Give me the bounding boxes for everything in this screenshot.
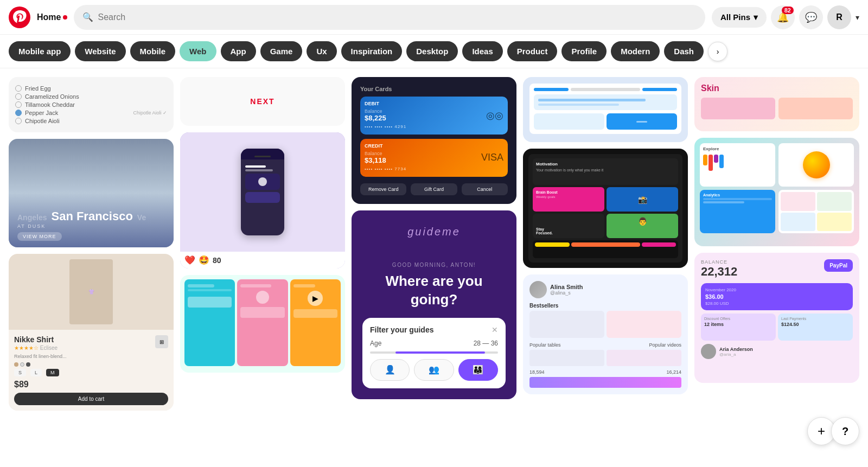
user-avatar[interactable]: R (827, 5, 851, 29)
pin-card-guideme[interactable]: guideme GOOD MORNING, ANTON! Where are y… (352, 210, 516, 399)
filter-icon-row: 👤 👥 👨‍👩‍👧 (370, 359, 498, 381)
pin-card-financial[interactable]: Balance 22,312 PayPal November 2020 $36.… (694, 253, 859, 383)
home-indicator (63, 15, 67, 20)
tab-inspiration[interactable]: Inspiration (341, 41, 403, 61)
checkbox-chipotle (15, 118, 22, 124)
messages-button[interactable]: 💬 (799, 5, 823, 29)
fin-balance: 22,312 (701, 265, 737, 279)
tab-ux[interactable]: Ux (307, 41, 336, 61)
phone-mockup (241, 149, 284, 235)
chevron-down-icon: ▾ (856, 13, 859, 22)
tabs-next-button[interactable]: › (708, 42, 727, 61)
header-actions: All Pins ▾ 🔔 82 💬 R ▾ (712, 5, 859, 29)
tab-desktop[interactable]: Desktop (406, 41, 458, 61)
pin-card-shopping-profile[interactable]: Alina Smith @alina_s Bestsellers Popular… (523, 274, 688, 394)
pin-card-product[interactable]: 👚 Nikke Shirt ★★★★☆ Eclisee ⊞ Relaxed fi… (9, 254, 174, 411)
pin-card-ui-screenshot[interactable] (523, 77, 688, 142)
tab-modern[interactable]: Modern (611, 41, 660, 61)
app-screen-3: ▶ (290, 279, 341, 366)
pin-grid: Fried Egg Caramelized Onions Tillamook C… (0, 68, 868, 419)
app-screen-2 (237, 279, 288, 366)
tab-game[interactable]: Game (260, 41, 303, 61)
tab-ideas[interactable]: Ideas (462, 41, 502, 61)
tab-dash[interactable]: Dash (664, 41, 704, 61)
credit-card-blue: DEBIT Balance $8,225 ◎◎ •••• •••• •••• 4… (360, 97, 508, 135)
checkbox-pepper-jack (15, 110, 22, 116)
tab-mobile-app[interactable]: Mobile app (9, 41, 71, 61)
tab-mobile[interactable]: Mobile (130, 41, 176, 61)
pin-card-app-screens[interactable]: ▶ (180, 275, 345, 373)
checkbox-caramelized (15, 93, 22, 100)
search-bar[interactable]: 🔍 (74, 5, 705, 30)
filter-duo-icon[interactable]: 👥 (414, 359, 454, 381)
tab-website[interactable]: Website (75, 41, 125, 61)
filter-group-icon[interactable]: 👨‍👩‍👧 (458, 359, 498, 381)
pin-card-san-francisco[interactable]: Angeles San Francisco Ve AT DUSK VIEW MO… (9, 139, 174, 247)
pin-card-colorful-dash[interactable]: Explore Analytics (694, 138, 859, 246)
home-nav[interactable]: Home (37, 12, 67, 22)
pin-card-credit-cards[interactable]: Your Cards DEBIT Balance $8,225 ◎◎ •••• … (352, 77, 516, 204)
account-menu-button[interactable]: ▾ (856, 13, 859, 22)
reaction-row: ❤️ 🤩 80 (180, 252, 345, 268)
pin-card-motivation[interactable]: Motivation Your motivation is only what … (523, 149, 688, 268)
tab-product[interactable]: Product (507, 41, 558, 61)
filter-slider[interactable] (370, 351, 498, 354)
chevron-down-icon: ▾ (754, 12, 758, 22)
tab-app[interactable]: App (221, 41, 256, 61)
cancel-button[interactable]: Cancel (462, 183, 508, 195)
remove-card-button[interactable]: Remove Card (360, 183, 406, 195)
product-title: Nikke Shirt (14, 335, 58, 344)
category-tabs: Mobile app Website Mobile Web App Game U… (0, 35, 868, 68)
all-pins-button[interactable]: All Pins ▾ (712, 7, 767, 28)
notification-badge: 82 (782, 7, 794, 14)
tab-profile[interactable]: Profile (561, 41, 607, 61)
pin-card-skin[interactable]: Skin (694, 77, 859, 131)
app-screen-1 (184, 279, 235, 366)
checkbox-fried-egg (15, 85, 22, 92)
pin-card-phone-mockup[interactable]: ❤️ 🤩 80 (180, 132, 345, 268)
tab-web[interactable]: Web (180, 41, 216, 61)
search-icon: 🔍 (82, 12, 93, 22)
product-rating: ★★★★☆ Eclisee (14, 345, 58, 351)
pinterest-logo[interactable] (9, 7, 30, 28)
guideme-logo: guideme (362, 226, 506, 238)
sf-title: San Francisco (51, 209, 132, 223)
pin-card-food[interactable]: Fried Egg Caramelized Onions Tillamook C… (9, 77, 174, 132)
product-price: $89 (14, 380, 168, 389)
filter-card: Filter your guides ✕ Age 28 — 36 👤 👥 👨‍👩… (362, 318, 506, 388)
search-input[interactable] (98, 12, 697, 22)
filter-close-button[interactable]: ✕ (492, 325, 498, 334)
next-card: NEXT (180, 77, 345, 126)
guide-title: Where are you going? (362, 272, 506, 309)
product-details: Nikke Shirt ★★★★☆ Eclisee ⊞ Relaxed fit … (9, 330, 174, 411)
notifications-button[interactable]: 🔔 82 (771, 5, 795, 29)
message-icon: 💬 (805, 11, 817, 23)
guide-greeting: GOOD MORNING, ANTON! (362, 262, 506, 268)
gift-card-button[interactable]: Gift Card (411, 183, 457, 195)
checkbox-tillamook (15, 101, 22, 108)
filter-solo-icon[interactable]: 👤 (370, 359, 410, 381)
header: Home 🔍 All Pins ▾ 🔔 82 💬 R ▾ (0, 0, 868, 35)
add-to-cart-button[interactable]: Add to cart (14, 393, 168, 405)
chevron-right-icon: › (717, 47, 719, 56)
pin-card-next[interactable]: NEXT (180, 77, 345, 126)
sf-view-more-button[interactable]: VIEW MORE (17, 232, 62, 241)
food-options: Fried Egg Caramelized Onions Tillamook C… (9, 77, 174, 132)
credit-card-orange: CREDIT Balance $3,118 VISA •••• •••• •••… (360, 139, 508, 177)
